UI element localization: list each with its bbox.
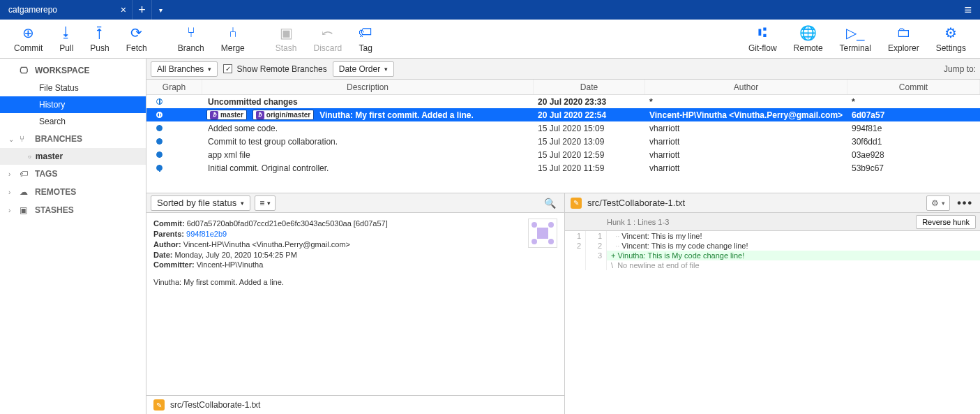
tags-icon: 🏷: [20, 169, 28, 179]
merge-icon: ⑃: [229, 25, 237, 40]
show-remote-branches-checkbox[interactable]: ✓ Show Remote Branches: [223, 64, 326, 74]
chevron-down-icon: ▾: [267, 200, 271, 207]
discard-button: ⤺Discard: [305, 22, 350, 56]
sidebar-item-search[interactable]: Search: [0, 113, 146, 130]
author-avatar: [528, 219, 557, 248]
settings-button[interactable]: ⚙Settings: [928, 22, 974, 56]
merge-button[interactable]: ⑃Merge: [213, 22, 253, 56]
sidebar-stashes-header[interactable]: › ▣ STASHES: [0, 201, 146, 219]
push-button[interactable]: ⭱Push: [82, 22, 117, 56]
col-graph-header[interactable]: Graph: [146, 80, 202, 94]
diff-view: 11·· Vincent: This is my line! 22·· Vinc…: [565, 231, 980, 270]
commit-row[interactable]: Initial commit. Original controller. 15 …: [146, 161, 980, 175]
checkbox-checked-icon: ✓: [223, 64, 232, 73]
svg-rect-1: [537, 228, 548, 239]
remotes-icon: ☁: [20, 187, 28, 197]
pull-button[interactable]: ⭳Pull: [51, 22, 82, 56]
sidebar-branch-master[interactable]: ○ master: [0, 148, 146, 165]
stash-icon: ▣: [280, 25, 293, 40]
commit-icon: ⊕: [22, 25, 34, 40]
settings-icon: ⚙: [944, 25, 957, 40]
changed-file-item[interactable]: ✎ src/TestCollaborate-1.txt: [146, 396, 564, 414]
commit-button[interactable]: ⊕Commit: [6, 22, 51, 56]
remote-icon: 🌐: [799, 25, 817, 40]
col-date-header[interactable]: Date: [534, 80, 645, 94]
svg-point-4: [532, 239, 537, 244]
col-author-header[interactable]: Author: [645, 80, 847, 94]
chevron-down-icon: ▾: [384, 66, 388, 73]
remote-button[interactable]: 🌐Remote: [785, 22, 831, 56]
remote-branch-chip[interactable]: ƀorigin/master: [252, 110, 314, 120]
chevron-right-icon[interactable]: ›: [8, 170, 10, 178]
svg-point-5: [548, 239, 554, 244]
new-tab-menu-icon[interactable]: ▾: [152, 0, 169, 20]
diff-filename: src/TestCollaborate-1.txt: [587, 198, 685, 208]
repo-tab[interactable]: catgamerepo ×: [0, 0, 133, 20]
jump-to-label: Jump to:: [944, 64, 976, 74]
tag-button[interactable]: 🏷Tag: [350, 22, 381, 56]
changed-files-list: ✎ src/TestCollaborate-1.txt: [146, 395, 564, 414]
fetch-icon: ⟳: [130, 25, 142, 40]
local-branch-chip[interactable]: ƀmaster: [206, 110, 247, 120]
filter-bar: All Branches▾ ✓ Show Remote Branches Dat…: [146, 59, 980, 80]
branch-badge-icon: ƀ: [210, 111, 218, 119]
diff-line-added[interactable]: 3Vinutha: This is My code change line!: [565, 251, 980, 260]
details-left-toolbar: Sorted by file status▾ ≡▾ 🔍: [146, 193, 564, 213]
diff-line-meta: No newline at end of file: [565, 260, 980, 270]
terminal-icon: ▷_: [846, 25, 864, 40]
workspace-icon: 🖵: [20, 66, 28, 75]
commit-list: Uncommitted changes 20 Jul 2020 23:33 * …: [146, 95, 980, 193]
diff-line[interactable]: 11·· Vincent: This is my line!: [565, 231, 980, 241]
reverse-hunk-button[interactable]: Reverse hunk: [916, 215, 976, 229]
commit-row-selected[interactable]: ƀmaster ƀorigin/master Vinutha: My first…: [146, 108, 980, 121]
chevron-down-icon: ▾: [241, 200, 244, 207]
commit-row[interactable]: Commit to test group collaboration. 15 J…: [146, 135, 980, 148]
branch-icon: ⑂: [187, 25, 195, 40]
sidebar-workspace-header[interactable]: 🖵 WORKSPACE: [0, 59, 146, 80]
modified-badge-icon: ✎: [153, 399, 165, 411]
chevron-down-icon: ▾: [208, 66, 211, 73]
modified-badge-icon: ✎: [571, 198, 582, 209]
explorer-button[interactable]: 🗀Explorer: [880, 22, 928, 56]
chevron-right-icon[interactable]: ›: [8, 207, 10, 214]
terminal-button[interactable]: ▷_Terminal: [831, 22, 880, 56]
diff-line[interactable]: 22·· Vincent: This is my code change lin…: [565, 241, 980, 251]
view-mode-dropdown[interactable]: ≡▾: [255, 195, 276, 211]
diff-header-bar: ✎ src/TestCollaborate-1.txt ⚙▾ •••: [565, 193, 980, 213]
commit-row[interactable]: Uncommitted changes 20 Jul 2020 23:33 * …: [146, 95, 980, 108]
order-dropdown[interactable]: Date Order▾: [333, 61, 394, 77]
parent-commit-link[interactable]: 994f81e2b9: [186, 230, 227, 238]
diff-more-button[interactable]: •••: [956, 197, 974, 209]
chevron-down-icon: ▾: [942, 200, 945, 207]
new-tab-button[interactable]: +: [133, 0, 152, 20]
gitflow-button[interactable]: ⑆Git-flow: [740, 22, 785, 56]
main-toolbar: ⊕Commit ⭳Pull ⭱Push ⟳Fetch ⑂Branch ⑃Merg…: [0, 20, 980, 59]
sort-dropdown[interactable]: Sorted by file status▾: [151, 195, 250, 211]
gear-icon: ⚙: [931, 198, 939, 208]
app-menu-icon[interactable]: ≡: [956, 3, 980, 17]
tab-label: catgamerepo: [8, 5, 57, 15]
col-desc-header[interactable]: Description: [202, 80, 534, 94]
sidebar-branches-header[interactable]: ⌄ ⑂ BRANCHES: [0, 130, 146, 148]
branches-filter-dropdown[interactable]: All Branches▾: [151, 61, 218, 77]
sidebar-remotes-header[interactable]: › ☁ REMOTES: [0, 183, 146, 201]
list-view-icon: ≡: [259, 198, 264, 208]
commit-row[interactable]: app xml file 15 Jul 2020 12:59 vharriott…: [146, 148, 980, 161]
discard-icon: ⤺: [322, 25, 333, 40]
search-icon[interactable]: 🔍: [544, 198, 560, 209]
title-bar: catgamerepo × + ▾ ≡: [0, 0, 980, 20]
chevron-down-icon[interactable]: ⌄: [8, 135, 14, 143]
push-icon: ⭱: [93, 25, 107, 40]
fetch-button[interactable]: ⟳Fetch: [118, 22, 156, 56]
commits-table-header: Graph Description Date Author Commit: [146, 80, 980, 95]
sidebar-item-history[interactable]: History: [0, 96, 146, 113]
commit-row[interactable]: Added some code. 15 Jul 2020 15:09 vharr…: [146, 121, 980, 135]
col-commit-header[interactable]: Commit: [847, 80, 980, 94]
close-tab-icon[interactable]: ×: [115, 4, 126, 15]
sidebar-tags-header[interactable]: › 🏷 TAGS: [0, 165, 146, 183]
branch-badge-icon: ƀ: [256, 111, 264, 119]
diff-settings-button[interactable]: ⚙▾: [926, 195, 950, 211]
chevron-right-icon[interactable]: ›: [8, 188, 10, 196]
branch-button[interactable]: ⑂Branch: [169, 22, 213, 56]
sidebar-item-file-status[interactable]: File Status: [0, 80, 146, 96]
